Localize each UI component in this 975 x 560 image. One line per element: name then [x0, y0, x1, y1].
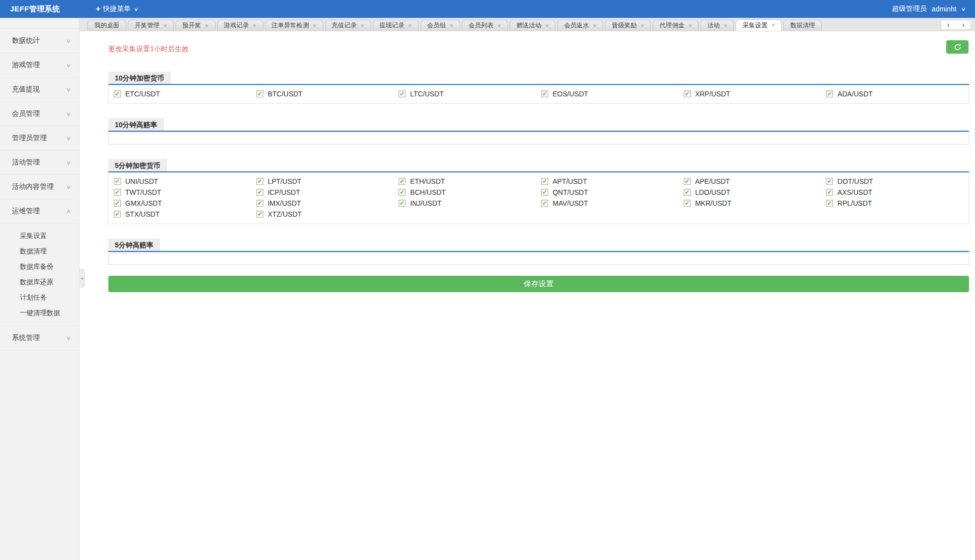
- close-icon[interactable]: ×: [408, 23, 412, 29]
- checkbox-item[interactable]: ✔RPL/USDT: [826, 198, 969, 209]
- user-menu[interactable]: 超级管理员 adminht ∨: [892, 4, 965, 13]
- checkbox-item[interactable]: ✔TWT/USDT: [114, 187, 256, 198]
- checkbox-checked-icon[interactable]: ✔: [256, 189, 263, 196]
- tab-item[interactable]: 注单异常检测×: [265, 20, 324, 31]
- close-icon[interactable]: ×: [688, 23, 692, 29]
- sidebar-item[interactable]: 会员管理∨: [0, 102, 79, 126]
- checkbox-checked-icon[interactable]: ✔: [826, 178, 833, 185]
- checkbox-item[interactable]: ✔BCH/USDT: [399, 187, 541, 198]
- odds-input-field[interactable]: [108, 133, 969, 145]
- checkbox-item[interactable]: ✔MKR/USDT: [684, 198, 826, 209]
- close-icon[interactable]: ×: [205, 23, 209, 29]
- checkbox-checked-icon[interactable]: ✔: [256, 211, 263, 218]
- checkbox-checked-icon[interactable]: ✔: [541, 178, 548, 185]
- checkbox-checked-icon[interactable]: ✔: [541, 200, 548, 207]
- close-icon[interactable]: ×: [497, 23, 501, 29]
- checkbox-checked-icon[interactable]: ✔: [399, 200, 406, 207]
- close-icon[interactable]: ×: [450, 23, 453, 29]
- tab-item[interactable]: 提现记录×: [373, 20, 419, 31]
- sidebar-item[interactable]: 活动管理∨: [0, 151, 79, 175]
- sidebar-item[interactable]: 活动内容管理∨: [0, 175, 79, 199]
- checkbox-item[interactable]: ✔IMX/USDT: [256, 198, 399, 209]
- checkbox-checked-icon[interactable]: ✔: [114, 200, 121, 207]
- tab-item[interactable]: 我的桌面: [87, 20, 126, 31]
- checkbox-checked-icon[interactable]: ✔: [826, 200, 833, 207]
- checkbox-checked-icon[interactable]: ✔: [826, 189, 833, 196]
- checkbox-checked-icon[interactable]: ✔: [114, 189, 121, 196]
- sidebar-item[interactable]: 充值提现∨: [0, 78, 79, 102]
- checkbox-item[interactable]: ✔APT/USDT: [541, 176, 684, 187]
- tab-scroll-right-button[interactable]: ›: [962, 21, 965, 28]
- odds-input-field[interactable]: [108, 253, 969, 265]
- checkbox-checked-icon[interactable]: ✔: [256, 200, 263, 207]
- checkbox-item[interactable]: ✔XTZ/USDT: [256, 209, 399, 220]
- checkbox-item[interactable]: ✔MAV/USDT: [541, 198, 684, 209]
- checkbox-checked-icon[interactable]: ✔: [399, 178, 406, 185]
- checkbox-item[interactable]: ✔ICP/USDT: [256, 187, 399, 198]
- checkbox-item[interactable]: ✔STX/USDT: [114, 209, 256, 220]
- sidebar-subitem[interactable]: 计划任务: [0, 290, 79, 305]
- sidebar-subitem[interactable]: 采集设置: [0, 228, 79, 243]
- checkbox-checked-icon[interactable]: ✔: [541, 189, 548, 196]
- checkbox-checked-icon[interactable]: ✔: [684, 90, 691, 97]
- close-icon[interactable]: ×: [724, 23, 727, 29]
- tab-item[interactable]: 游戏记录×: [217, 20, 263, 31]
- sidebar-subitem[interactable]: 一键清理数据: [0, 305, 79, 320]
- close-icon[interactable]: ×: [313, 23, 317, 29]
- checkbox-item[interactable]: ✔ETH/USDT: [399, 176, 541, 187]
- checkbox-checked-icon[interactable]: ✔: [684, 189, 691, 196]
- checkbox-item[interactable]: ✔INJ/USDT: [399, 198, 541, 209]
- checkbox-checked-icon[interactable]: ✔: [114, 90, 121, 97]
- close-icon[interactable]: ×: [253, 23, 256, 29]
- checkbox-checked-icon[interactable]: ✔: [684, 178, 691, 185]
- checkbox-item[interactable]: ✔EOS/USDT: [541, 88, 684, 99]
- checkbox-item[interactable]: ✔BTC/USDT: [256, 88, 399, 99]
- tab-item[interactable]: 活动×: [700, 20, 734, 31]
- sidebar-subitem[interactable]: 数据库备份: [0, 259, 79, 274]
- checkbox-checked-icon[interactable]: ✔: [256, 178, 263, 185]
- close-icon[interactable]: ×: [545, 23, 549, 29]
- checkbox-item[interactable]: ✔GMX/USDT: [114, 198, 256, 209]
- tab-active[interactable]: 采集设置×: [735, 19, 782, 31]
- sidebar-item[interactable]: 游戏管理∨: [0, 53, 79, 78]
- checkbox-checked-icon[interactable]: ✔: [826, 90, 833, 97]
- tab-item[interactable]: 充值记录×: [325, 20, 371, 31]
- tab-item[interactable]: 开奖管理×: [128, 20, 174, 31]
- checkbox-item[interactable]: ✔QNT/USDT: [541, 187, 684, 198]
- sidebar-item[interactable]: 管理员管理∨: [0, 126, 79, 151]
- close-icon[interactable]: ×: [361, 23, 364, 29]
- checkbox-checked-icon[interactable]: ✔: [114, 178, 121, 185]
- tab-item[interactable]: 代理佣金×: [652, 20, 699, 31]
- close-icon[interactable]: ×: [163, 23, 167, 29]
- sidebar-item[interactable]: 系统管理∨: [0, 326, 79, 350]
- checkbox-item[interactable]: ✔XRP/USDT: [684, 88, 826, 99]
- tab-item[interactable]: 会员组×: [420, 20, 461, 31]
- checkbox-item[interactable]: ✔UNI/USDT: [114, 176, 256, 187]
- checkbox-checked-icon[interactable]: ✔: [399, 90, 406, 97]
- close-icon[interactable]: ×: [771, 22, 775, 28]
- tab-item[interactable]: 晋级奖励×: [605, 20, 651, 31]
- tab-item[interactable]: 会员返水×: [557, 20, 603, 31]
- sidebar-collapse-handle[interactable]: ◄: [80, 269, 85, 288]
- tab-scroll-left-button[interactable]: ‹: [947, 21, 950, 28]
- checkbox-checked-icon[interactable]: ✔: [399, 189, 406, 196]
- checkbox-item[interactable]: ✔LPT/USDT: [256, 176, 399, 187]
- tab-item[interactable]: 数据清理: [783, 20, 822, 31]
- checkbox-item[interactable]: ✔ETC/USDT: [114, 88, 256, 99]
- quick-menu-dropdown[interactable]: + 快捷菜单 ∨: [96, 4, 138, 13]
- checkbox-checked-icon[interactable]: ✔: [541, 90, 548, 97]
- checkbox-item[interactable]: ✔ADA/USDT: [826, 88, 969, 99]
- refresh-button[interactable]: [946, 40, 969, 54]
- sidebar-item[interactable]: 运维管理∧: [0, 199, 79, 224]
- sidebar-subitem[interactable]: 数据清理: [0, 243, 79, 259]
- checkbox-item[interactable]: ✔APE/USDT: [684, 176, 826, 187]
- checkbox-item[interactable]: ✔LTC/USDT: [399, 88, 541, 99]
- sidebar-subitem[interactable]: 数据库还原: [0, 274, 79, 290]
- checkbox-checked-icon[interactable]: ✔: [684, 200, 691, 207]
- checkbox-item[interactable]: ✔LDO/USDT: [684, 187, 826, 198]
- tab-item[interactable]: 赠送活动×: [509, 20, 556, 31]
- checkbox-checked-icon[interactable]: ✔: [256, 90, 263, 97]
- close-icon[interactable]: ×: [641, 23, 644, 29]
- save-settings-button[interactable]: 保存设置: [108, 276, 969, 292]
- checkbox-item[interactable]: ✔DOT/USDT: [826, 176, 969, 187]
